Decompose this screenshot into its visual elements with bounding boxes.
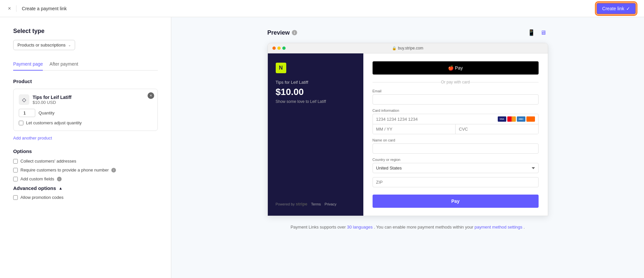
zip-input[interactable] [373, 177, 539, 187]
type-dropdown[interactable]: Products or subscriptions ⌄ [13, 40, 75, 50]
product-icon: ◇ [19, 94, 29, 105]
create-link-label: Create link [602, 6, 624, 11]
card-exp-cvc-row [373, 124, 538, 134]
footer-text-2: . You can enable more payment methods wi… [374, 225, 473, 230]
desktop-device-button[interactable]: 🖥 [538, 28, 548, 38]
mastercard-icon [507, 116, 516, 122]
product-name: Tips for Leif Latiff [33, 95, 71, 100]
product-quantity-row: Quantity [19, 109, 152, 117]
quantity-input[interactable] [19, 109, 35, 117]
select-type-title: Select type [13, 28, 158, 35]
name-on-card-group: Name on card [373, 138, 539, 154]
right-panel: Preview i 📱 🖥 🔒 [171, 17, 644, 278]
add-product-link[interactable]: Add another product [13, 136, 52, 140]
privacy-link[interactable]: Privacy [324, 202, 336, 206]
preview-page: N Tips for Leif Latiff $10.00 Show some … [268, 53, 548, 216]
adjust-quantity-checkbox[interactable] [19, 121, 23, 125]
preview-product-name: Tips for Leif Latiff [276, 80, 355, 85]
product-section-title: Product [13, 78, 158, 84]
advanced-options-content: Allow promotion codes [13, 195, 158, 200]
email-group: Email [373, 89, 539, 105]
card-number-wrap: VISA AMEX [373, 114, 538, 124]
tab-after-payment[interactable]: After payment [49, 58, 78, 71]
footer-text-3: . [523, 225, 525, 230]
collect-address-checkbox[interactable] [13, 159, 18, 164]
adjust-quantity-row: Let customers adjust quantity [19, 120, 152, 125]
remove-product-button[interactable]: × [148, 92, 154, 99]
url-text: buy.stripe.com [398, 46, 423, 50]
terms-link[interactable]: Terms [311, 202, 321, 206]
browser-chrome: 🔒 buy.stripe.com N Tips for Leif Latiff … [267, 43, 548, 216]
browser-dot-max [282, 46, 286, 50]
preview-info-icon: i [292, 30, 297, 35]
options-title: Options [13, 148, 158, 154]
promo-codes-checkbox[interactable] [13, 195, 18, 200]
advanced-options-toggle[interactable]: Advanced options ▲ [13, 185, 158, 191]
preview-container: Preview i 📱 🖥 🔒 [260, 17, 556, 244]
browser-dot-close [272, 46, 276, 50]
apple-icon: 🍎 [448, 65, 454, 71]
collect-address-label: Collect customers' addresses [20, 159, 76, 164]
chevron-up-icon: ▲ [59, 186, 63, 191]
preview-right-section: 🍎 Pay Or pay with card Email Card inform… [363, 53, 548, 216]
footer-text-1: Payment Links supports over [291, 225, 346, 230]
require-phone-info-icon: i [111, 168, 116, 172]
browser-dots [272, 46, 286, 50]
email-label: Email [373, 89, 539, 93]
chevron-down-icon: ⌄ [68, 43, 71, 47]
create-link-button[interactable]: Create link ✓ [596, 3, 636, 15]
advanced-options-title: Advanced options [13, 185, 56, 191]
country-label: Country or region [373, 158, 539, 162]
browser-dot-min [277, 46, 281, 50]
stripe-label: stripe [296, 201, 307, 206]
option-require-phone: Require customers to provide a phone num… [13, 168, 158, 172]
custom-fields-info-icon: i [57, 177, 62, 181]
preview-title-text: Preview [267, 29, 290, 36]
topbar: × Create a payment link Create link ✓ [0, 0, 644, 17]
option-custom-fields: Add custom fields i [13, 176, 158, 181]
card-cvc-input[interactable] [456, 124, 538, 134]
tab-payment-page[interactable]: Payment page [13, 58, 43, 71]
product-price: $10.00 USD [33, 100, 71, 105]
or-divider: Or pay with card [373, 80, 539, 84]
footer-note: Payment Links supports over 30 languages… [267, 216, 548, 244]
discover-icon [526, 116, 535, 122]
languages-link[interactable]: 30 languages [347, 225, 373, 230]
device-switcher: 📱 🖥 [526, 28, 548, 38]
brand-logo: N [276, 63, 286, 73]
require-phone-label: Require customers to provide a phone num… [20, 168, 109, 172]
option-promo-codes: Allow promotion codes [13, 195, 158, 200]
page-title: Create a payment link [22, 6, 67, 11]
product-info: Tips for Leif Latiff $10.00 USD [33, 95, 71, 105]
name-on-card-label: Name on card [373, 138, 539, 142]
card-number-input[interactable] [376, 117, 498, 122]
preview-title-area: Preview i [267, 29, 297, 36]
browser-bar: 🔒 buy.stripe.com [268, 43, 548, 53]
pay-button[interactable]: Pay [373, 195, 539, 208]
payment-method-settings-link[interactable]: payment method settings [475, 225, 522, 230]
preview-header: Preview i 📱 🖥 [267, 28, 548, 38]
tab-bar: Payment page After payment [13, 58, 158, 71]
card-expiry-input[interactable] [373, 124, 456, 134]
product-card: × ◇ Tips for Leif Latiff $10.00 USD Quan… [13, 89, 158, 131]
powered-by-text: Powered by [276, 202, 295, 206]
promo-codes-label: Allow promotion codes [20, 195, 64, 200]
mobile-device-button[interactable]: 📱 [526, 28, 536, 38]
custom-fields-label: Add custom fields [20, 176, 54, 181]
quantity-label: Quantity [39, 110, 54, 115]
option-collect-address: Collect customers' addresses [13, 159, 158, 164]
country-select[interactable]: United States [373, 163, 539, 173]
card-number-row: VISA AMEX [373, 114, 539, 134]
card-info-label: Card information [373, 108, 539, 112]
name-on-card-input[interactable] [373, 143, 539, 154]
close-button[interactable]: × [8, 6, 11, 12]
topbar-divider [16, 5, 16, 12]
preview-tagline: Show some love to Leif Latiff [276, 99, 355, 104]
apple-pay-button[interactable]: 🍎 Pay [373, 61, 539, 75]
email-input[interactable] [373, 94, 539, 105]
card-info-group: Card information VISA AMEX [373, 108, 539, 134]
require-phone-checkbox[interactable] [13, 168, 18, 172]
country-group: Country or region United States [373, 158, 539, 173]
custom-fields-checkbox[interactable] [13, 177, 18, 181]
preview-footer: Powered by stripe Terms Privacy [276, 201, 355, 206]
